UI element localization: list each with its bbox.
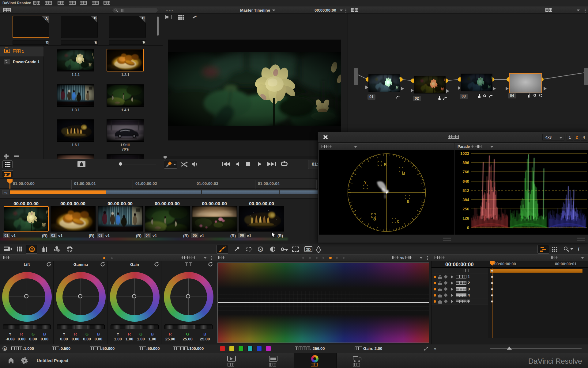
svg-text:640: 640 — [462, 179, 469, 184]
svg-text:256: 256 — [462, 207, 469, 211]
svg-text:896: 896 — [462, 160, 469, 165]
svg-text:128: 128 — [462, 216, 469, 220]
svg-text:0: 0 — [467, 225, 469, 230]
svg-text:C: C — [397, 220, 399, 223]
svg-text:1023: 1023 — [460, 151, 469, 156]
svg-text:512: 512 — [462, 188, 469, 193]
svg-text:384: 384 — [462, 197, 469, 202]
svg-text:M: M — [402, 172, 405, 175]
svg-text:G: G — [373, 217, 376, 221]
svg-text:B: B — [407, 200, 409, 203]
svg-text:R: R — [384, 163, 386, 166]
svg-text:Y: Y — [364, 181, 367, 184]
svg-text:768: 768 — [462, 170, 469, 174]
